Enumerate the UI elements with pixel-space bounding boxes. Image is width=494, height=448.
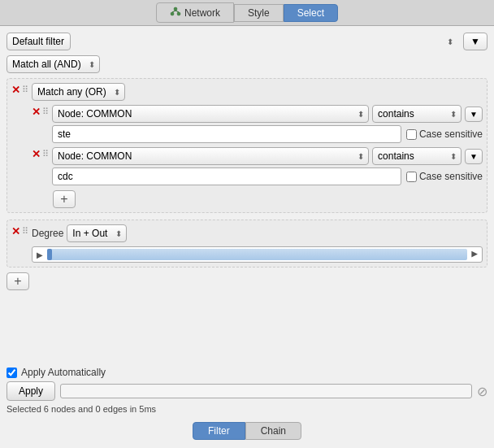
rule-2-content: Node: COMMON contains ▼ [52, 147, 483, 185]
rule-2-case-checkbox[interactable] [406, 172, 417, 182]
rule-1-remove-btn[interactable]: ✕ [32, 107, 41, 117]
rule-1-case-label: Case sensitive [419, 128, 483, 140]
tab-chain-label: Chain [261, 425, 286, 437]
rule-1-content: Node: COMMON contains ▼ [52, 105, 483, 143]
or-add-icon: + [60, 193, 67, 206]
apply-cancel-icon[interactable]: ⊘ [477, 384, 488, 399]
rule-1-bottom: Case sensitive [52, 125, 483, 143]
svg-line-3 [172, 11, 176, 12]
bottom-section: Apply Automatically Apply ⊘ Selected 6 n… [6, 367, 488, 414]
rule-1-condition-select[interactable]: contains [372, 105, 462, 123]
degree-rule-outer: ✕ ⠿ Degree In + Out In Out ▶ ◀ [6, 220, 488, 267]
svg-point-0 [174, 7, 177, 11]
rule-2-case-sensitive: Case sensitive [406, 171, 483, 182]
or-rule-controls: ✕ ⠿ [11, 83, 28, 95]
rule-1-controls: ✕ ⠿ [32, 105, 49, 117]
tab-chain[interactable]: Chain [245, 422, 301, 440]
or-block: Match any (OR) Match all (AND) ✕ ⠿ Node:… [32, 83, 483, 208]
match-all-select-wrapper: Match all (AND) Match any (OR) [6, 55, 100, 73]
tab-network[interactable]: Network [156, 2, 234, 23]
degree-rule-controls: ✕ ⠿ [11, 224, 28, 237]
tab-style-label: Style [248, 7, 270, 19]
or-add-rule-btn[interactable]: + [53, 190, 76, 208]
svg-point-2 [177, 12, 180, 15]
slider-thumb [47, 249, 52, 260]
tab-select-label: Select [297, 7, 324, 19]
degree-row: Degree In + Out In Out [32, 224, 483, 242]
rule-2-controls: ✕ ⠿ [32, 147, 49, 159]
match-all-row: Match all (AND) Match any (OR) [6, 55, 488, 73]
or-add-btn-row: + [32, 190, 483, 208]
filter-row: Default filter ▼ [6, 33, 488, 50]
bottom-tabs: Filter Chain [6, 419, 488, 441]
network-icon [170, 6, 181, 20]
degree-block: Degree In + Out In Out ▶ ◀ [32, 224, 483, 263]
slider-right-arrow[interactable]: ◀ [469, 250, 480, 259]
or-match-select-wrapper: Match any (OR) Match all (AND) [32, 83, 125, 101]
rule-1-more-btn[interactable]: ▼ [465, 107, 483, 122]
rule-2-condition-wrapper: contains [372, 147, 462, 165]
degree-select-wrapper: In + Out In Out [67, 224, 127, 242]
tab-select[interactable]: Select [284, 4, 338, 22]
or-rule-outer: ✕ ⠿ Match any (OR) Match all (AND) ✕ ⠿ [6, 78, 488, 213]
status-text: Selected 6 nodes and 0 edges in 5ms [6, 404, 488, 414]
rule-1-value-input[interactable] [52, 125, 401, 143]
degree-select[interactable]: In + Out In Out [67, 224, 127, 242]
outer-add-row: + [6, 272, 488, 290]
dropdown-arrow-icon: ▼ [470, 36, 480, 47]
or-match-select[interactable]: Match any (OR) Match all (AND) [32, 83, 125, 101]
apply-button[interactable]: Apply [6, 381, 55, 401]
rule-2-bottom: Case sensitive [52, 167, 483, 185]
apply-row: Apply ⊘ [6, 381, 488, 401]
rule-1-case-sensitive: Case sensitive [406, 128, 483, 140]
rule-2-remove-btn[interactable]: ✕ [32, 149, 41, 159]
tab-network-label: Network [184, 7, 220, 19]
rule-2-outer: ✕ ⠿ Node: COMMON contains [32, 147, 483, 185]
svg-point-1 [171, 12, 174, 15]
rule-2-case-label: Case sensitive [419, 171, 483, 182]
svg-line-4 [176, 11, 179, 12]
rule-1-drag-handle[interactable]: ⠿ [42, 107, 49, 117]
or-rule-remove-btn[interactable]: ✕ [11, 85, 20, 95]
tab-filter-label: Filter [208, 425, 230, 437]
degree-rule-remove-btn[interactable]: ✕ [11, 226, 20, 237]
degree-rule-drag-handle[interactable]: ⠿ [22, 226, 28, 237]
filter-select[interactable]: Default filter [6, 33, 71, 50]
rule-2-attribute-select[interactable]: Node: COMMON [52, 147, 369, 165]
rule-2-condition-select[interactable]: contains [372, 147, 462, 165]
rule-2-drag-handle[interactable]: ⠿ [42, 149, 49, 159]
match-all-select[interactable]: Match all (AND) Match any (OR) [6, 55, 100, 73]
slider-track[interactable] [47, 249, 467, 260]
outer-add-icon: + [14, 275, 21, 288]
rule-2-more-btn[interactable]: ▼ [465, 149, 483, 164]
apply-auto-label: Apply Automatically [21, 367, 106, 378]
rule-1-case-checkbox[interactable] [406, 129, 417, 140]
rule-1-attribute-select[interactable]: Node: COMMON [52, 105, 369, 123]
rule-1-condition-wrapper: contains [372, 105, 462, 123]
rule-2-attribute-wrapper: Node: COMMON [52, 147, 369, 165]
apply-auto-row: Apply Automatically [6, 367, 488, 378]
or-rule-drag-handle[interactable]: ⠿ [22, 85, 28, 95]
tab-filter[interactable]: Filter [193, 422, 245, 440]
rule-2-value-input[interactable] [52, 167, 401, 185]
slider-row: ▶ ◀ [32, 246, 483, 263]
main-panel: Default filter ▼ Match all (AND) Match a… [0, 26, 494, 448]
rule-1-attribute-wrapper: Node: COMMON [52, 105, 369, 123]
rule-2-top: Node: COMMON contains ▼ [52, 147, 483, 165]
apply-progress-bar [60, 384, 472, 398]
tab-style[interactable]: Style [234, 4, 284, 22]
outer-add-rule-btn[interactable]: + [6, 272, 29, 290]
slider-left-arrow[interactable]: ▶ [34, 250, 46, 259]
filter-select-wrapper: Default filter [6, 33, 458, 50]
apply-auto-checkbox[interactable] [6, 368, 17, 378]
or-header: Match any (OR) Match all (AND) [32, 83, 483, 101]
top-tab-bar: Network Style Select [0, 0, 494, 26]
degree-label: Degree [32, 228, 63, 239]
rule-1-top: Node: COMMON contains ▼ [52, 105, 483, 123]
filter-dropdown-btn[interactable]: ▼ [463, 33, 488, 50]
rule-1-outer: ✕ ⠿ Node: COMMON contains [32, 105, 483, 143]
